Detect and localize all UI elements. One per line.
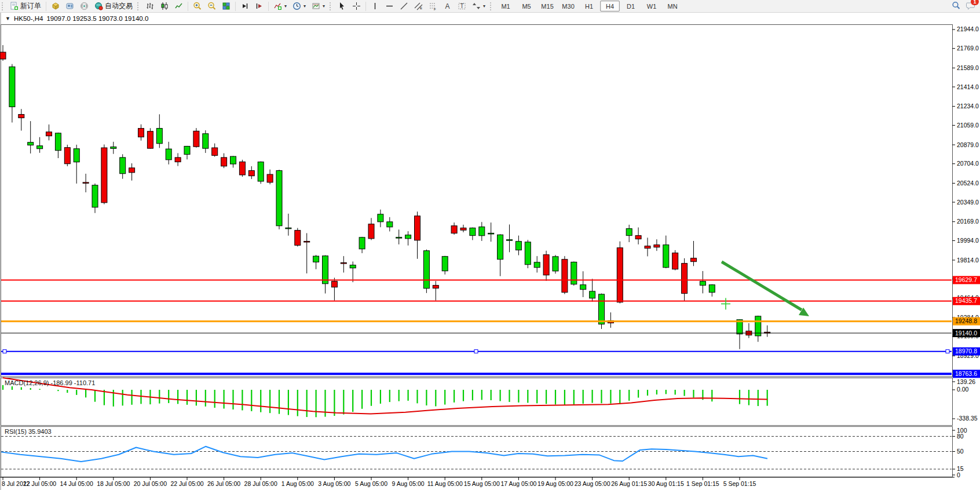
periods-button[interactable]: ▾	[290, 0, 309, 12]
timeframe-button-h1[interactable]: H1	[579, 1, 599, 12]
candle-body	[368, 224, 374, 239]
time-tick-label: 11 Aug 05:00	[427, 480, 463, 487]
line-chart-button[interactable]	[171, 0, 186, 12]
timeframe-button-m1[interactable]: M1	[496, 1, 515, 12]
vertical-line-tool-button[interactable]	[368, 0, 382, 12]
line-handle[interactable]	[946, 350, 949, 353]
line-handle[interactable]	[3, 350, 6, 353]
market-watch-button[interactable]	[48, 0, 63, 12]
price-tick-label: 21414.0	[957, 83, 979, 90]
dropdown-arrow-icon[interactable]: ▾	[284, 3, 287, 9]
candle-body	[64, 148, 70, 164]
signals-button[interactable]	[77, 0, 92, 12]
time-tick-label: 26 Aug 01:15	[611, 480, 647, 487]
search-button[interactable]	[952, 1, 960, 12]
timeframe-button-w1[interactable]: W1	[642, 1, 661, 12]
navigator-button[interactable]	[63, 0, 77, 12]
horizontal-line-tool-button[interactable]	[382, 0, 397, 12]
main-chart-pane[interactable]	[1, 25, 953, 377]
candlestick-chart-button[interactable]	[157, 0, 171, 12]
candle-body	[387, 222, 393, 227]
macd-pane[interactable]	[1, 378, 953, 426]
zoom-in-button[interactable]	[190, 0, 204, 12]
price-flag-label: 19629.7	[955, 276, 977, 283]
macd-tick-label: 139.26	[957, 378, 975, 385]
auto-scroll-button[interactable]	[237, 0, 252, 12]
templates-button[interactable]: ▾	[309, 0, 328, 12]
crosshair-tool-button[interactable]	[349, 0, 364, 12]
notification-badge: 1	[971, 0, 979, 5]
separator	[188, 2, 188, 11]
candle-body	[267, 174, 273, 182]
vertical-line-icon	[371, 2, 379, 10]
chart-area[interactable]: 21944.021769.021589.021414.021234.021059…	[0, 0, 980, 490]
timeframe-button-mn[interactable]: MN	[663, 1, 682, 12]
candle-body	[0, 52, 6, 59]
line-chart-icon	[174, 2, 183, 10]
dropdown-arrow-icon[interactable]: ▾	[303, 3, 306, 9]
arrows-tool-button[interactable]: ▾	[469, 0, 488, 12]
toolbar-grip	[490, 2, 493, 10]
candle-body	[433, 286, 438, 288]
new-order-button[interactable]: 新订单	[7, 0, 44, 12]
chart-shift-button[interactable]	[252, 0, 266, 12]
trading-terminal-window: { "toolbar": { "new_order_label": "新订单",…	[0, 0, 980, 490]
candle-body	[9, 67, 15, 107]
trendline-tool-button[interactable]	[397, 0, 411, 12]
text-icon: A	[443, 2, 452, 10]
price-tick-label: 20704.0	[957, 160, 979, 167]
collapse-icon[interactable]: ▼	[5, 16, 10, 21]
equidistant-channel-icon: E	[414, 2, 423, 10]
cursor-tool-button[interactable]	[335, 0, 349, 12]
timeframe-button-d1[interactable]: D1	[621, 1, 641, 12]
text-tool-button[interactable]: A	[440, 0, 455, 12]
bar-chart-button[interactable]	[142, 0, 157, 12]
timeframe-button-m30[interactable]: M30	[558, 1, 578, 12]
equidistant-channel-tool-button[interactable]: E	[411, 0, 426, 12]
auto-trading-button[interactable]: 自动交易	[92, 0, 136, 12]
candle-body	[626, 229, 632, 236]
candle-body	[19, 115, 24, 118]
candle-body	[515, 242, 521, 250]
crosshair-icon	[352, 2, 361, 10]
candle-body	[543, 255, 549, 275]
time-tick-label: 20 Jul 05:00	[134, 480, 167, 487]
toolbar-grip	[137, 2, 140, 10]
timeframe-button-m5[interactable]: M5	[517, 1, 536, 12]
candle-body	[488, 233, 494, 235]
timeframe-button-h4[interactable]: H4	[600, 1, 620, 12]
zoom-out-button[interactable]	[204, 0, 219, 12]
fibonacci-tool-button[interactable]: F	[426, 0, 440, 12]
dropdown-arrow-icon[interactable]: ▾	[323, 3, 325, 9]
timeframe-button-m15[interactable]: M15	[537, 1, 557, 12]
candle-body	[147, 131, 153, 149]
tile-windows-button[interactable]	[219, 0, 233, 12]
candle-body	[534, 262, 540, 268]
price-axis[interactable]: 21944.021769.021589.021414.021234.021059…	[952, 25, 979, 478]
candle-body	[635, 236, 641, 239]
candle-body	[111, 147, 116, 149]
line-handle[interactable]	[474, 350, 478, 353]
price-tick-label: 21944.0	[957, 25, 979, 32]
candle-body	[451, 226, 457, 233]
chat-button[interactable]: 1	[966, 1, 975, 12]
candle-body	[46, 132, 52, 136]
text-label-tool-button[interactable]: T	[455, 0, 469, 12]
candle-body	[341, 263, 346, 264]
templates-icon	[312, 2, 320, 10]
rsi-tick-label: 0	[957, 471, 960, 478]
indicators-button[interactable]: ▾	[270, 0, 290, 12]
separator	[46, 2, 46, 11]
candle-body	[460, 228, 466, 231]
time-axis[interactable]: 8 Jul 202212 Jul 05:0014 Jul 05:0018 Jul…	[0, 477, 955, 487]
time-tick-label: 9 Aug 05:00	[392, 480, 425, 487]
svg-text:T: T	[460, 3, 464, 9]
candle-body	[672, 253, 678, 269]
price-tick-label: 21769.0	[957, 45, 979, 52]
candle-body	[442, 257, 448, 271]
price-tick-label: 20169.0	[957, 218, 979, 225]
candle-body	[313, 256, 319, 262]
dropdown-arrow-icon[interactable]: ▾	[483, 3, 485, 9]
candle-body	[331, 281, 337, 287]
candlestick-chart-icon	[160, 2, 169, 10]
